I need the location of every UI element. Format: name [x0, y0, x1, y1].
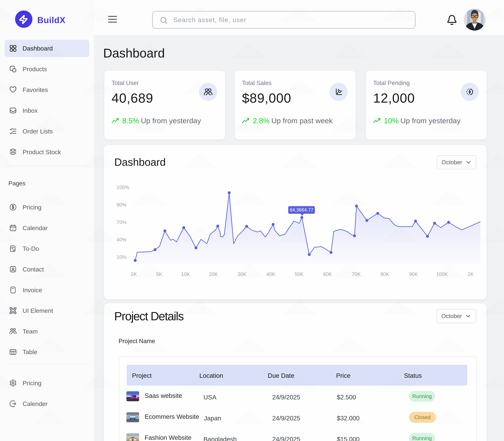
svg-text:2K: 2K — [131, 271, 137, 277]
svg-text:10%: 10% — [116, 254, 127, 260]
svg-text:100K: 100K — [436, 271, 448, 277]
svg-text:10K: 10K — [181, 271, 190, 277]
svg-text:40K: 40K — [266, 271, 275, 277]
svg-text:40%: 40% — [116, 237, 127, 242]
svg-text:90%: 90% — [116, 202, 127, 207]
svg-text:80K: 80K — [380, 271, 389, 277]
svg-text:70K: 70K — [352, 271, 361, 277]
svg-text:50K: 50K — [295, 271, 304, 277]
svg-text:90K: 90K — [409, 271, 418, 277]
svg-text:17: 17 — [12, 228, 14, 231]
svg-text:5K: 5K — [156, 271, 162, 277]
svg-text:100%: 100% — [116, 185, 129, 190]
svg-text:70%: 70% — [116, 220, 127, 225]
svg-text:2K: 2K — [468, 271, 474, 277]
svg-text:30K: 30K — [238, 271, 246, 277]
svg-text:60K: 60K — [323, 271, 332, 277]
svg-text:20K: 20K — [209, 271, 218, 277]
